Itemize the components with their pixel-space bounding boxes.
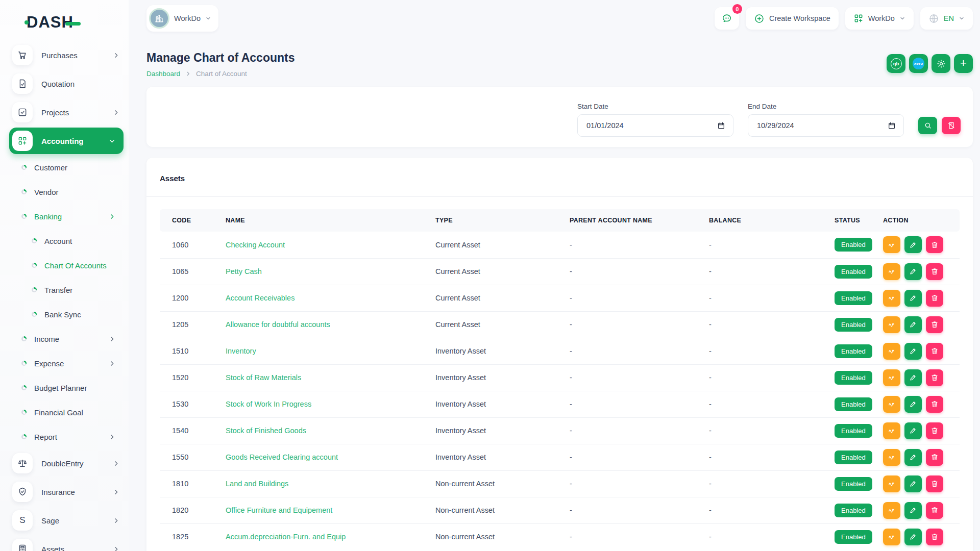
column-header-action: ACTION	[878, 209, 960, 232]
delete-button[interactable]	[926, 502, 943, 519]
add-account-button[interactable]: +	[954, 54, 973, 73]
workdo-apps-button[interactable]: WorkDo	[845, 7, 914, 30]
pulse-icon	[888, 347, 896, 355]
create-workspace-button[interactable]: Create Workspace	[746, 7, 839, 30]
app-logo[interactable]: DASH	[27, 13, 81, 32]
account-name-link[interactable]: Office Furniture and Equipement	[226, 506, 332, 514]
account-name-link[interactable]: Accum.depreciation-Furn. and Equip	[226, 533, 346, 541]
account-name-link[interactable]: Land and Buildings	[226, 480, 288, 488]
delete-button[interactable]	[926, 236, 943, 253]
apply-filter-button[interactable]	[918, 117, 937, 134]
sidebar-item-purchases[interactable]: Purchases	[0, 41, 129, 69]
account-name-link[interactable]: Inventory	[226, 347, 256, 355]
edit-button[interactable]	[904, 475, 922, 492]
cell-action	[878, 311, 960, 338]
sidebar-item-vendor[interactable]: Vendor	[0, 180, 129, 204]
delete-button[interactable]	[926, 396, 943, 413]
delete-button[interactable]	[926, 290, 943, 307]
sidebar-item-expense[interactable]: Expense	[0, 351, 129, 375]
sidebar-item-income[interactable]: Income	[0, 327, 129, 351]
calendar-icon[interactable]	[888, 121, 896, 130]
bullet-icon	[32, 287, 37, 292]
language-button[interactable]: EN	[920, 7, 973, 30]
transactions-button[interactable]	[883, 236, 900, 253]
edit-button[interactable]	[904, 449, 922, 466]
end-date-input[interactable]: 10/29/2024	[748, 114, 904, 137]
delete-button[interactable]	[926, 422, 943, 439]
sidebar-item-account[interactable]: Account	[0, 229, 129, 253]
cell-parent-account: -	[565, 417, 704, 444]
sidebar-item-double-entry[interactable]: DoubleEntry	[0, 449, 129, 478]
trash-icon	[930, 427, 939, 435]
transactions-button[interactable]	[883, 422, 900, 439]
account-name-link[interactable]: Checking Account	[226, 241, 285, 249]
account-name-link[interactable]: Allowance for doubtful accounts	[226, 320, 330, 329]
sidebar-item-banking[interactable]: Banking	[0, 204, 129, 229]
row-actions	[883, 475, 954, 492]
account-name-link[interactable]: Stock of Work In Progress	[226, 400, 311, 408]
transactions-button[interactable]	[883, 343, 900, 360]
account-name-link[interactable]: Stock of Raw Materials	[226, 373, 301, 382]
sidebar-item-customer[interactable]: Customer	[0, 155, 129, 180]
sidebar-item-quotation[interactable]: Quotation	[0, 69, 129, 98]
delete-button[interactable]	[926, 343, 943, 360]
delete-button[interactable]	[926, 316, 943, 333]
delete-button[interactable]	[926, 369, 943, 386]
transactions-button[interactable]	[883, 475, 900, 492]
calendar-icon[interactable]	[717, 121, 725, 130]
sidebar-item-report[interactable]: Report	[0, 424, 129, 449]
delete-button[interactable]	[926, 263, 943, 280]
transactions-button[interactable]	[883, 502, 900, 519]
workspace-avatar	[149, 8, 169, 29]
edit-button[interactable]	[904, 290, 922, 307]
bullet-icon	[21, 434, 27, 439]
sidebar-item-bank-sync[interactable]: Bank Sync	[0, 302, 129, 327]
edit-button[interactable]	[904, 316, 922, 333]
pencil-icon	[909, 267, 917, 276]
sidebar-item-budget-planner[interactable]: Budget Planner	[0, 375, 129, 400]
trash-icon	[930, 533, 939, 541]
edit-button[interactable]	[904, 236, 922, 253]
settings-button[interactable]	[932, 54, 950, 73]
sidebar-item-financial-goal[interactable]: Financial Goal	[0, 400, 129, 424]
sidebar-item-sage[interactable]: SSage	[0, 506, 129, 535]
quickbooks-button[interactable]: qb	[887, 54, 905, 73]
cell-status: Enabled	[829, 285, 878, 311]
delete-button[interactable]	[926, 475, 943, 492]
edit-button[interactable]	[904, 422, 922, 439]
edit-button[interactable]	[904, 502, 922, 519]
transactions-button[interactable]	[883, 529, 900, 545]
row-actions	[883, 422, 954, 439]
edit-button[interactable]	[904, 263, 922, 280]
transactions-button[interactable]	[883, 369, 900, 386]
transactions-button[interactable]	[883, 316, 900, 333]
sidebar-item-assets[interactable]: Assets	[0, 535, 129, 551]
trash-icon	[930, 267, 939, 276]
edit-button[interactable]	[904, 529, 922, 545]
transactions-button[interactable]	[883, 290, 900, 307]
xero-button[interactable]: xero	[909, 54, 928, 73]
sidebar-item-transfer[interactable]: Transfer	[0, 278, 129, 302]
edit-button[interactable]	[904, 369, 922, 386]
transactions-button[interactable]	[883, 396, 900, 413]
edit-button[interactable]	[904, 343, 922, 360]
account-name-link[interactable]: Petty Cash	[226, 267, 262, 276]
transactions-button[interactable]	[883, 449, 900, 466]
transactions-button[interactable]	[883, 263, 900, 280]
sidebar-item-accounting[interactable]: Accounting	[9, 128, 124, 154]
sidebar-item-projects[interactable]: Projects	[0, 98, 129, 127]
workspace-selector[interactable]: WorkDo	[146, 5, 218, 32]
account-name-link[interactable]: Stock of Finished Goods	[226, 427, 306, 435]
delete-button[interactable]	[926, 529, 943, 545]
edit-button[interactable]	[904, 396, 922, 413]
reset-filter-button[interactable]	[942, 117, 961, 134]
sidebar-item-chart-of-accounts[interactable]: Chart Of Accounts	[0, 253, 129, 278]
sidebar-item-insurance[interactable]: Insurance	[0, 478, 129, 506]
start-date-input[interactable]: 01/01/2024	[577, 114, 733, 137]
account-name-link[interactable]: Account Receivables	[226, 294, 295, 302]
delete-button[interactable]	[926, 449, 943, 466]
messages-button[interactable]: 0	[715, 7, 739, 30]
account-name-link[interactable]: Goods Received Clearing account	[226, 453, 338, 461]
notification-badge: 0	[732, 4, 742, 14]
breadcrumb-dashboard-link[interactable]: Dashboard	[146, 70, 180, 78]
